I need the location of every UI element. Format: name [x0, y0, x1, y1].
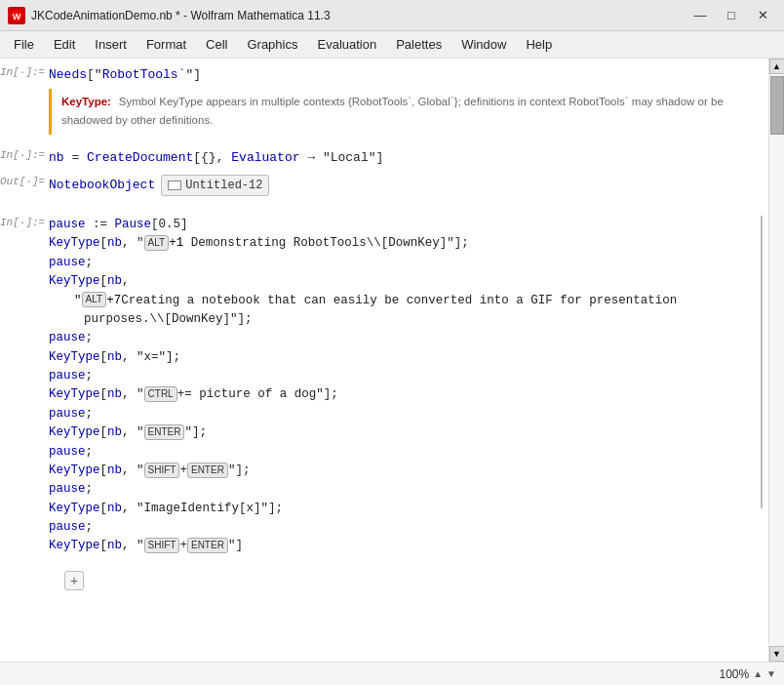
scrollbar[interactable]: ▲ ▼	[768, 59, 784, 662]
menu-item-insert[interactable]: Insert	[85, 31, 137, 58]
cell-label: In[·]:=	[0, 214, 49, 228]
add-cell-area: +	[0, 567, 768, 594]
cell-content: NotebookObject Untitled-12	[49, 173, 755, 198]
menu-item-window[interactable]: Window	[451, 31, 516, 58]
minimize-button[interactable]: —	[686, 6, 714, 25]
menu-item-file[interactable]: File	[4, 31, 44, 58]
scroll-thumb[interactable]	[770, 76, 784, 135]
table-row: Out[·]= NotebookObject Untitled-12	[0, 172, 768, 199]
menu-item-evaluation[interactable]: Evaluation	[307, 31, 386, 58]
menu-bar: File Edit Insert Format Cell Graphics Ev…	[0, 31, 784, 59]
notebook-button[interactable]: Untitled-12	[161, 175, 269, 196]
menu-item-edit[interactable]: Edit	[44, 31, 85, 58]
add-cell-button[interactable]: +	[64, 571, 84, 590]
window-title: JKCodeAnimationDemo.nb * - Wolfram Mathe…	[31, 9, 331, 22]
warning-text: Symbol KeyType appears in multiple conte…	[61, 96, 724, 127]
menu-item-graphics[interactable]: Graphics	[237, 31, 307, 58]
zoom-down-arrow[interactable]: ▼	[766, 668, 776, 679]
cell-content[interactable]: pause := Pause[0.5] KeyType[nb, "ALT+1 D…	[49, 214, 755, 558]
svg-text:W: W	[13, 12, 21, 21]
zoom-level: 100%	[719, 667, 749, 681]
app-icon: W	[8, 7, 25, 24]
cell-label: In[·]:=	[0, 146, 49, 161]
bottom-bar: 100% ▲ ▼	[0, 662, 784, 685]
cell-label: In[·]:=	[0, 63, 49, 78]
menu-item-cell[interactable]: Cell	[196, 31, 237, 58]
warning-label: KeyType:	[61, 96, 111, 107]
notebook-area: In[·]:= Needs["RobotTools`"] KeyType: Sy…	[0, 59, 768, 662]
cell-label: Out[·]=	[0, 173, 49, 187]
menu-item-format[interactable]: Format	[137, 31, 196, 58]
cell-content[interactable]: Needs["RobotTools`"] KeyType: Symbol Key…	[49, 63, 755, 137]
cell-content[interactable]: nb = CreateDocument[{}, Evaluator → "Loc…	[49, 146, 755, 170]
scroll-down-arrow[interactable]: ▼	[769, 646, 785, 662]
title-bar: W JKCodeAnimationDemo.nb * - Wolfram Mat…	[0, 0, 784, 31]
table-row: In[·]:= Needs["RobotTools`"] KeyType: Sy…	[0, 62, 768, 138]
maximize-button[interactable]: □	[718, 6, 745, 25]
table-row: In[·]:= pause := Pause[0.5] KeyType[nb, …	[0, 213, 768, 559]
menu-item-palettes[interactable]: Palettes	[386, 31, 451, 58]
table-row: In[·]:= nb = CreateDocument[{}, Evaluato…	[0, 145, 768, 171]
scroll-up-arrow[interactable]: ▲	[769, 59, 785, 74]
menu-item-help[interactable]: Help	[516, 31, 562, 58]
close-button[interactable]: ✕	[749, 6, 776, 25]
zoom-up-arrow[interactable]: ▲	[753, 668, 763, 679]
